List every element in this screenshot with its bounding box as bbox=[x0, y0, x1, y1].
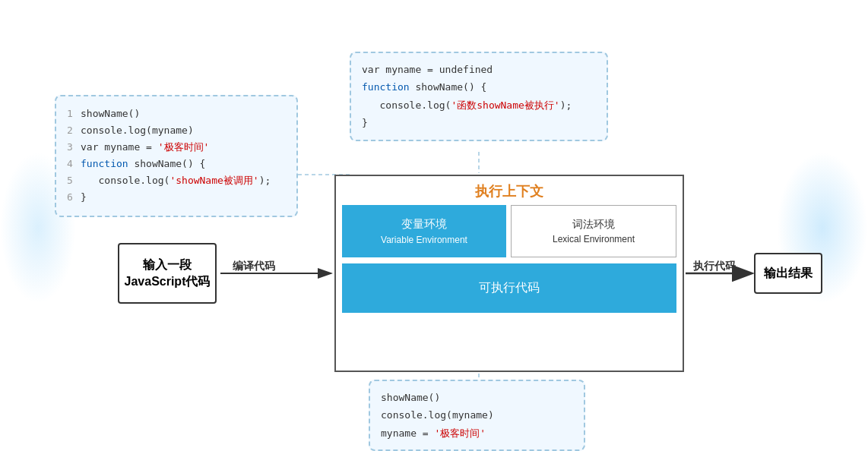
lex-env-line1: 词法环境 bbox=[516, 216, 671, 232]
code-line-5: 5 console.log('showName被调用'); bbox=[67, 172, 286, 189]
var-env-line2: Variable Environment bbox=[347, 233, 502, 247]
code-line-4: 4 function showName() { bbox=[67, 156, 286, 172]
exec-context: 执行上下文 变量环境 Variable Environment 词法环境 Lex… bbox=[334, 175, 684, 372]
top-snippet-line-4: } bbox=[362, 114, 596, 131]
code-box: 1 showName() 2 console.log(myname) 3 var… bbox=[55, 95, 298, 217]
input-box-line1: 输入一段 bbox=[143, 257, 192, 273]
code-line-2: 2 console.log(myname) bbox=[67, 122, 286, 139]
exec-code: 可执行代码 bbox=[342, 263, 676, 313]
top-snippet: var myname = undefined function showName… bbox=[350, 52, 608, 141]
output-box: 输出结果 bbox=[754, 253, 822, 294]
input-box-line2: JavaScript代码 bbox=[125, 273, 211, 290]
code-line-1: 1 showName() bbox=[67, 106, 286, 122]
top-snippet-line-3: console.log('函数showName被执行'); bbox=[362, 96, 596, 114]
bottom-snippet-line-3: myname = '极客时间' bbox=[381, 424, 573, 442]
top-snippet-line-1: var myname = undefined bbox=[362, 61, 596, 78]
diagram-container: 1 showName() 2 console.log(myname) 3 var… bbox=[0, 0, 868, 451]
input-box: 输入一段 JavaScript代码 bbox=[118, 243, 217, 304]
lex-env: 词法环境 Lexical Environment bbox=[511, 205, 676, 257]
var-env: 变量环境 Variable Environment bbox=[342, 205, 506, 257]
output-box-text: 输出结果 bbox=[764, 266, 813, 282]
top-snippet-line-2: function showName() { bbox=[362, 78, 596, 96]
var-env-line1: 变量环境 bbox=[347, 216, 502, 233]
exec-title: 执行上下文 bbox=[336, 176, 683, 205]
lex-env-line2: Lexical Environment bbox=[516, 232, 671, 246]
code-line-3: 3 var myname = '极客时间' bbox=[67, 139, 286, 156]
env-row: 变量环境 Variable Environment 词法环境 Lexical E… bbox=[342, 205, 676, 257]
compile-label: 编译代码 bbox=[233, 260, 275, 273]
exec-label: 执行代码 bbox=[693, 260, 736, 273]
bottom-snippet: showName() console.log(myname) myname = … bbox=[369, 380, 585, 451]
code-line-6: 6 } bbox=[67, 189, 286, 206]
bottom-snippet-line-1: showName() bbox=[381, 389, 573, 406]
bottom-snippet-line-2: console.log(myname) bbox=[381, 406, 573, 424]
